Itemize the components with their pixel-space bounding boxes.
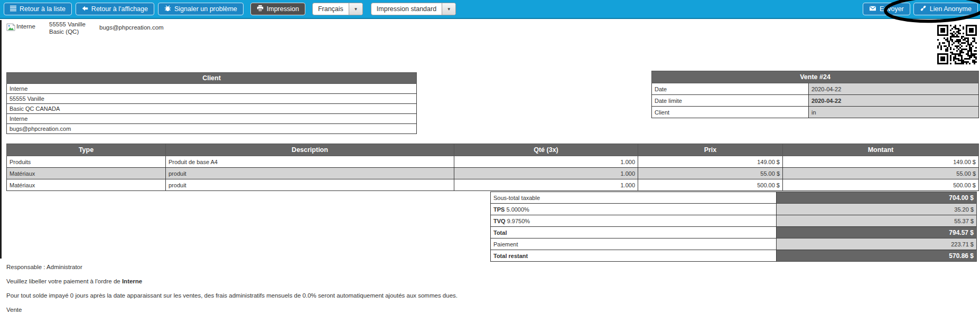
table-row: Date 2020-04-22 [652,83,979,95]
frame-left-border [0,20,2,259]
sale-due-date-label: Date limite [652,95,809,107]
late-payment-terms: Pour tout solde impayé 0 jours après la … [6,292,458,299]
table-row: Total restant 570.86 $ [491,250,977,262]
company-name-line2: Basic (QC) [49,28,86,35]
back-to-view-button[interactable]: Retour à l'affichage [76,3,154,15]
table-row: Matériaux produit 1.000 500.00 $ 500.00 … [7,179,979,191]
item-qty-cell: 1.000 [454,179,638,191]
payment-order-note: Veuillez libeller votre paiement à l'ord… [6,278,142,284]
report-problem-button[interactable]: Signaler un problème [158,3,244,15]
remaining-total-value: 570.86 $ [777,250,977,262]
broken-image-icon [6,23,15,32]
company-name-line1: 55555 Vanille [49,21,86,28]
print-preview-page: Retour à la liste Retour à l'affichage S… [0,0,980,315]
items-header-row: Type Description Qté (3x) Prix Montant [7,144,979,156]
item-amount-cell: 500.00 $ [783,179,979,191]
client-email-cell: bugs@phpcreation.com [7,124,417,134]
table-row: Produits Produit de base A4 1.000 149.00… [7,156,979,168]
subtotal-value: 704.00 $ [777,192,977,204]
table-row: Interne [7,84,417,94]
tps-value: 35.20 $ [777,204,977,215]
item-amount-cell: 55.00 $ [783,168,979,179]
item-description-cell: Produit de base A4 [166,156,454,168]
totals-table: Sous-total taxable 704.00 $ TPS 5.0000% … [490,192,977,262]
table-row: Paiement 223.71 $ [491,238,977,250]
tps-label: TPS 5.0000% [491,204,777,215]
back-to-list-button[interactable]: Retour à la liste [4,3,72,15]
send-button[interactable]: Envoyer [863,3,910,15]
item-price-cell: 500.00 $ [638,179,783,191]
send-label: Envoyer [880,5,904,13]
table-row: Date limite 2020-04-22 [652,95,979,107]
qr-code [937,25,977,64]
toolbar-left-group: Retour à la liste Retour à l'affichage S… [4,3,456,15]
language-select-value: Français [313,3,349,15]
company-name: 55555 Vanille Basic (QC) [49,21,86,35]
company-email: bugs@phpcreation.com [99,24,164,31]
link-icon [920,5,927,13]
document-type-label: Vente [6,307,22,313]
payment-value: 223.71 $ [777,238,977,250]
table-row: Client in [652,107,979,118]
sale-table-header: Vente #24 [652,71,979,83]
printer-icon [257,5,264,13]
client-table-header: Client [7,73,417,84]
total-label: Total [491,227,777,238]
bug-icon [164,5,171,13]
back-to-view-label: Retour à l'affichage [91,5,148,13]
anonymous-link-label: Lien Anonyme [930,5,972,13]
toolbar: Retour à la liste Retour à l'affichage S… [0,0,980,19]
sale-date-label: Date [652,83,809,95]
client-company-cell: Interne [7,114,417,124]
item-qty-cell: 1.000 [454,156,638,168]
item-type-cell: Matériaux [7,168,166,179]
item-amount-cell: 149.00 $ [783,156,979,168]
tvq-value: 55.37 $ [777,215,977,227]
client-name-cell: Interne [7,84,417,94]
table-row: Matériaux produit 1.000 55.00 $ 55.00 $ [7,168,979,179]
print-label: Impression [267,5,299,13]
table-row: Total 794.57 $ [491,227,977,238]
item-type-cell: Matériaux [7,179,166,191]
company-logo-alt-text: Interne [16,23,35,30]
company-logo: Interne [6,23,35,32]
language-select[interactable]: Français ▼ [312,3,363,15]
print-template-select-value: Impression standard [371,3,442,15]
client-address-cell: Basic QC CANADA [7,104,417,114]
remaining-total-label: Total restant [491,250,777,262]
list-icon [10,5,16,13]
col-header-description: Description [166,144,454,156]
col-header-price: Prix [638,144,783,156]
back-to-list-label: Retour à la liste [20,5,66,13]
col-header-type: Type [7,144,166,156]
item-type-cell: Produits [7,156,166,168]
payment-label: Paiement [491,238,777,250]
col-header-qty: Qté (3x) [454,144,638,156]
col-header-amount: Montant [783,144,979,156]
sale-client-label: Client [652,107,809,118]
table-row: Sous-total taxable 704.00 $ [491,192,977,204]
sale-due-date-value: 2020-04-22 [809,95,979,107]
print-template-select[interactable]: Impression standard ▼ [371,3,456,15]
chevron-down-icon[interactable]: ▼ [442,3,455,15]
sale-date-value: 2020-04-22 [809,83,979,95]
print-button[interactable]: Impression [250,3,305,15]
table-row: TVQ 9.9750% 55.37 $ [491,215,977,227]
items-table: Type Description Qté (3x) Prix Montant P… [6,144,979,191]
item-qty-cell: 1.000 [454,168,638,179]
anonymous-link-button[interactable]: Lien Anonyme [913,3,978,15]
back-arrow-icon [82,5,88,13]
item-description-cell: produit [166,168,454,179]
table-row: TPS 5.0000% 35.20 $ [491,204,977,215]
chevron-down-icon[interactable]: ▼ [349,3,362,15]
envelope-icon [869,5,876,13]
item-description-cell: produit [166,179,454,191]
toolbar-right-group: Envoyer Lien Anonyme [863,0,978,18]
subtotal-label: Sous-total taxable [491,192,777,204]
table-row: bugs@phpcreation.com [7,124,417,134]
client-table: Client Interne 55555 Vanille Basic QC CA… [6,72,417,134]
item-price-cell: 55.00 $ [638,168,783,179]
responsable-note: Responsable : Administrator [6,264,82,270]
tvq-label: TVQ 9.9750% [491,215,777,227]
table-row: Interne [7,114,417,124]
